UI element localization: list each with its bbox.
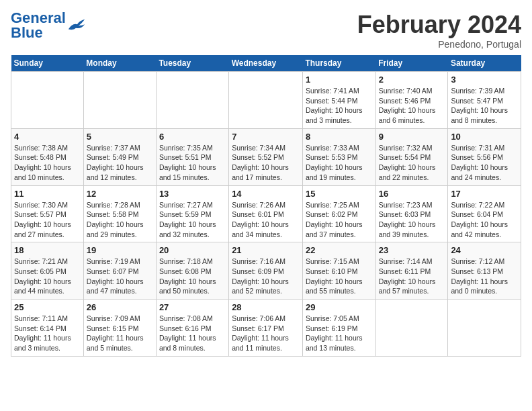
table-row: 16Sunrise: 7:23 AM Sunset: 6:03 PM Dayli… (375, 185, 448, 242)
calendar-week-row: 4Sunrise: 7:38 AM Sunset: 5:48 PM Daylig… (11, 128, 521, 185)
day-info: Sunrise: 7:16 AM Sunset: 6:09 PM Dayligh… (232, 257, 300, 296)
col-friday: Friday (375, 55, 448, 72)
table-row: 1Sunrise: 7:41 AM Sunset: 5:44 PM Daylig… (302, 72, 375, 129)
table-row: 2Sunrise: 7:40 AM Sunset: 5:46 PM Daylig… (375, 72, 448, 129)
table-row: 23Sunrise: 7:14 AM Sunset: 6:11 PM Dayli… (375, 242, 448, 300)
day-info: Sunrise: 7:41 AM Sunset: 5:44 PM Dayligh… (306, 86, 373, 126)
day-number: 15 (306, 189, 373, 199)
table-row: 8Sunrise: 7:33 AM Sunset: 5:53 PM Daylig… (302, 128, 375, 185)
table-row: 15Sunrise: 7:25 AM Sunset: 6:02 PM Dayli… (302, 185, 375, 242)
calendar-table: Sunday Monday Tuesday Wednesday Thursday… (11, 55, 521, 357)
table-row: 12Sunrise: 7:28 AM Sunset: 5:58 PM Dayli… (83, 185, 156, 242)
table-row: 21Sunrise: 7:16 AM Sunset: 6:09 PM Dayli… (229, 242, 303, 300)
header-row: Sunday Monday Tuesday Wednesday Thursday… (11, 55, 521, 72)
day-number: 10 (451, 132, 518, 142)
table-row (229, 72, 303, 129)
day-info: Sunrise: 7:19 AM Sunset: 6:07 PM Dayligh… (87, 257, 153, 296)
day-number: 27 (159, 302, 226, 312)
table-row: 14Sunrise: 7:26 AM Sunset: 6:01 PM Dayli… (229, 185, 303, 242)
table-row: 11Sunrise: 7:30 AM Sunset: 5:57 PM Dayli… (11, 185, 84, 242)
table-row: 29Sunrise: 7:05 AM Sunset: 6:19 PM Dayli… (302, 300, 375, 357)
title-block: February 2024 Penedono, Portugal (357, 11, 521, 50)
table-row: 6Sunrise: 7:35 AM Sunset: 5:51 PM Daylig… (156, 128, 228, 185)
day-number: 11 (14, 189, 81, 199)
logo-text: General Blue (11, 11, 66, 40)
calendar-week-row: 1Sunrise: 7:41 AM Sunset: 5:44 PM Daylig… (11, 72, 521, 129)
day-number: 25 (14, 302, 81, 312)
day-info: Sunrise: 7:18 AM Sunset: 6:08 PM Dayligh… (159, 257, 226, 296)
table-row: 20Sunrise: 7:18 AM Sunset: 6:08 PM Dayli… (156, 242, 228, 300)
table-row: 28Sunrise: 7:06 AM Sunset: 6:17 PM Dayli… (229, 300, 303, 357)
table-row (375, 300, 448, 357)
table-row: 18Sunrise: 7:21 AM Sunset: 6:05 PM Dayli… (11, 242, 84, 300)
calendar-week-row: 11Sunrise: 7:30 AM Sunset: 5:57 PM Dayli… (11, 185, 521, 242)
col-tuesday: Tuesday (156, 55, 228, 72)
logo-blue: Blue (11, 24, 43, 41)
table-row: 19Sunrise: 7:19 AM Sunset: 6:07 PM Dayli… (83, 242, 156, 300)
table-row: 17Sunrise: 7:22 AM Sunset: 6:04 PM Dayli… (448, 185, 521, 242)
day-number: 16 (379, 189, 445, 199)
day-info: Sunrise: 7:25 AM Sunset: 6:02 PM Dayligh… (306, 200, 373, 240)
col-sunday: Sunday (11, 55, 84, 72)
location: Penedono, Portugal (357, 39, 521, 50)
day-number: 24 (451, 245, 518, 255)
day-number: 1 (306, 75, 373, 85)
day-info: Sunrise: 7:35 AM Sunset: 5:51 PM Dayligh… (159, 143, 226, 183)
day-info: Sunrise: 7:39 AM Sunset: 5:47 PM Dayligh… (451, 86, 518, 126)
day-number: 8 (306, 132, 373, 142)
day-info: Sunrise: 7:27 AM Sunset: 5:59 PM Dayligh… (159, 200, 226, 240)
day-number: 19 (87, 245, 153, 255)
day-info: Sunrise: 7:05 AM Sunset: 6:19 PM Dayligh… (306, 314, 373, 353)
day-info: Sunrise: 7:08 AM Sunset: 6:16 PM Dayligh… (159, 314, 226, 353)
table-row: 7Sunrise: 7:34 AM Sunset: 5:52 PM Daylig… (229, 128, 303, 185)
table-row (156, 72, 228, 129)
day-info: Sunrise: 7:33 AM Sunset: 5:53 PM Dayligh… (306, 143, 373, 183)
day-info: Sunrise: 7:06 AM Sunset: 6:17 PM Dayligh… (232, 314, 300, 353)
day-number: 2 (379, 75, 445, 85)
day-info: Sunrise: 7:21 AM Sunset: 6:05 PM Dayligh… (14, 257, 81, 296)
day-number: 20 (159, 245, 226, 255)
month-title: February 2024 (357, 11, 521, 39)
col-saturday: Saturday (448, 55, 521, 72)
table-row: 5Sunrise: 7:37 AM Sunset: 5:49 PM Daylig… (83, 128, 156, 185)
day-number: 28 (232, 302, 300, 312)
calendar-week-row: 25Sunrise: 7:11 AM Sunset: 6:14 PM Dayli… (11, 300, 521, 357)
table-row: 4Sunrise: 7:38 AM Sunset: 5:48 PM Daylig… (11, 128, 84, 185)
day-number: 22 (306, 245, 373, 255)
day-info: Sunrise: 7:15 AM Sunset: 6:10 PM Dayligh… (306, 257, 373, 296)
day-number: 3 (451, 75, 518, 85)
day-info: Sunrise: 7:11 AM Sunset: 6:14 PM Dayligh… (14, 314, 81, 353)
logo-bird-icon (67, 17, 86, 34)
table-row: 25Sunrise: 7:11 AM Sunset: 6:14 PM Dayli… (11, 300, 84, 357)
table-row: 26Sunrise: 7:09 AM Sunset: 6:15 PM Dayli… (83, 300, 156, 357)
col-monday: Monday (83, 55, 156, 72)
table-row (11, 72, 84, 129)
day-info: Sunrise: 7:34 AM Sunset: 5:52 PM Dayligh… (232, 143, 300, 183)
day-number: 5 (87, 132, 153, 142)
day-info: Sunrise: 7:23 AM Sunset: 6:03 PM Dayligh… (379, 200, 445, 240)
day-info: Sunrise: 7:09 AM Sunset: 6:15 PM Dayligh… (87, 314, 153, 353)
col-thursday: Thursday (302, 55, 375, 72)
day-number: 18 (14, 245, 81, 255)
day-number: 4 (14, 132, 81, 142)
table-row: 13Sunrise: 7:27 AM Sunset: 5:59 PM Dayli… (156, 185, 228, 242)
day-number: 17 (451, 189, 518, 199)
day-number: 6 (159, 132, 226, 142)
day-info: Sunrise: 7:32 AM Sunset: 5:54 PM Dayligh… (379, 143, 445, 183)
day-info: Sunrise: 7:14 AM Sunset: 6:11 PM Dayligh… (379, 257, 445, 296)
day-info: Sunrise: 7:38 AM Sunset: 5:48 PM Dayligh… (14, 143, 81, 183)
calendar-week-row: 18Sunrise: 7:21 AM Sunset: 6:05 PM Dayli… (11, 242, 521, 300)
table-row: 22Sunrise: 7:15 AM Sunset: 6:10 PM Dayli… (302, 242, 375, 300)
day-number: 12 (87, 189, 153, 199)
table-row: 9Sunrise: 7:32 AM Sunset: 5:54 PM Daylig… (375, 128, 448, 185)
table-row: 27Sunrise: 7:08 AM Sunset: 6:16 PM Dayli… (156, 300, 228, 357)
day-number: 13 (159, 189, 226, 199)
day-info: Sunrise: 7:28 AM Sunset: 5:58 PM Dayligh… (87, 200, 153, 240)
day-info: Sunrise: 7:37 AM Sunset: 5:49 PM Dayligh… (87, 143, 153, 183)
col-wednesday: Wednesday (229, 55, 303, 72)
page-header: General Blue February 2024 Penedono, Por… (11, 11, 521, 50)
day-info: Sunrise: 7:12 AM Sunset: 6:13 PM Dayligh… (451, 257, 518, 296)
table-row: 10Sunrise: 7:31 AM Sunset: 5:56 PM Dayli… (448, 128, 521, 185)
day-number: 7 (232, 132, 300, 142)
day-number: 21 (232, 245, 300, 255)
